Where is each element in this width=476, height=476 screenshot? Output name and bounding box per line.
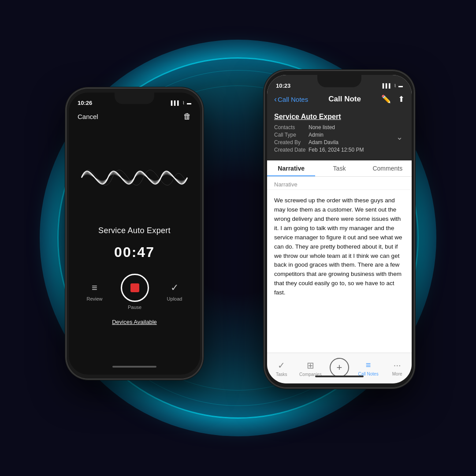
status-icons-right: ▌▌▌ ⌇ ▬ [383, 83, 403, 88]
created-date-label: Created Date [274, 147, 306, 153]
more-label: More [392, 372, 402, 376]
nav-call-notes[interactable]: ≡ Call Notes [354, 353, 383, 383]
recording-controls: ≡ Review Pause ✓ Upload [69, 274, 200, 310]
created-date-row: Created Date Feb 16, 2024 12:50 PM [274, 147, 405, 153]
waveform-area [69, 134, 200, 222]
status-icons-left: ▌▌▌ ⌇ ▬ [171, 100, 191, 105]
time-left: 10:26 [78, 100, 92, 106]
more-icon: ··· [394, 360, 401, 370]
notch-right [317, 75, 361, 87]
review-control[interactable]: ≡ Review [87, 282, 103, 301]
phone-right-screen: 10:23 ▌▌▌ ⌇ ▬ ‹ Call Notes Call Note ✏️ … [267, 75, 412, 383]
contact-section: Service Auto Expert Contacts None listed… [267, 108, 412, 160]
tasks-label: Tasks [276, 372, 287, 377]
phone-right: 10:23 ▌▌▌ ⌇ ▬ ‹ Call Notes Call Note ✏️ … [264, 71, 414, 388]
signal-icon-r: ▌▌▌ [383, 83, 392, 88]
add-button[interactable]: + [330, 358, 349, 377]
call-note-nav: ‹ Call Notes Call Note ✏️ ⬆ [267, 92, 412, 108]
tab-narrative[interactable]: Narrative [267, 160, 315, 176]
review-icon: ≡ [92, 282, 97, 294]
edit-icon[interactable]: ✏️ [381, 94, 391, 104]
pause-label: Pause [128, 305, 141, 310]
back-label: Call Notes [278, 96, 308, 103]
nav-add[interactable]: + [325, 353, 354, 383]
battery-icon: ▬ [187, 100, 191, 105]
call-type-value: Admin [309, 132, 324, 138]
chevron-down-icon[interactable]: ⌄ [396, 132, 403, 142]
pause-icon [130, 283, 139, 292]
nav-more[interactable]: ··· More [383, 353, 412, 383]
upload-icon: ✓ [171, 282, 178, 294]
tasks-icon: ✓ [278, 360, 285, 371]
review-label: Review [87, 296, 103, 301]
phone-left-screen: 10:26 ▌▌▌ ⌇ ▬ Cancel 🗑 [69, 93, 200, 375]
created-by-label: Created By [274, 139, 306, 145]
nav-actions: ✏️ ⬆ [381, 94, 405, 104]
contact-name: Service Auto Expert [274, 113, 405, 121]
waveform-svg [77, 142, 192, 213]
companies-icon: ⊞ [307, 360, 314, 371]
wifi-icon: ⌇ [182, 100, 185, 105]
pause-button[interactable] [121, 274, 149, 302]
tabs-section: Narrative Task Comments [267, 160, 412, 177]
contacts-row: Contacts None listed [274, 124, 405, 130]
notch-left [115, 93, 154, 104]
contacts-value: None listed [309, 124, 335, 130]
back-arrow-icon: ‹ [274, 95, 277, 104]
tab-task[interactable]: Task [315, 160, 363, 176]
upload-control[interactable]: ✓ Upload [167, 282, 182, 301]
wifi-icon-r: ⌇ [394, 83, 396, 88]
recording-header: Cancel 🗑 [69, 108, 200, 125]
pause-control[interactable]: Pause [121, 274, 149, 310]
share-icon[interactable]: ⬆ [398, 94, 405, 104]
signal-icon: ▌▌▌ [171, 100, 180, 105]
narrative-text: We screwed up the order with these guys … [267, 190, 412, 304]
created-by-row: Created By Adam Davila [274, 139, 405, 145]
call-type-row: Call Type Admin [274, 132, 405, 138]
home-indicator-right [315, 376, 364, 377]
bottom-navigation: ✓ Tasks ⊞ Companies + ≡ Call Notes ··· M… [267, 353, 412, 383]
nav-title: Call Note [328, 95, 361, 104]
devices-available-link[interactable]: Devices Available [69, 319, 200, 325]
phones-container: 10:26 ▌▌▌ ⌇ ▬ Cancel 🗑 [40, 40, 436, 436]
nav-back[interactable]: ‹ Call Notes [274, 95, 308, 104]
nav-companies[interactable]: ⊞ Companies [296, 353, 325, 383]
upload-label: Upload [167, 296, 182, 301]
contacts-label: Contacts [274, 124, 306, 130]
created-by-value: Adam Davila [309, 139, 338, 145]
battery-icon-r: ▬ [398, 83, 403, 88]
call-notes-icon: ≡ [366, 360, 371, 370]
trash-icon[interactable]: 🗑 [183, 112, 191, 121]
recording-name: Service Auto Expert [69, 226, 200, 235]
call-type-label: Call Type [274, 132, 306, 138]
recording-timer: 00:47 [69, 244, 200, 260]
created-date-value: Feb 16, 2024 12:50 PM [309, 147, 364, 153]
time-right: 10:23 [276, 82, 290, 89]
cancel-button[interactable]: Cancel [78, 113, 98, 120]
narrative-section: Narrative We screwed up the order with t… [267, 177, 412, 353]
home-indicator-left [112, 366, 156, 368]
phone-left: 10:26 ▌▌▌ ⌇ ▬ Cancel 🗑 [66, 88, 203, 379]
tab-comments[interactable]: Comments [364, 160, 412, 176]
nav-tasks[interactable]: ✓ Tasks [267, 353, 296, 383]
narrative-label: Narrative [267, 177, 412, 190]
